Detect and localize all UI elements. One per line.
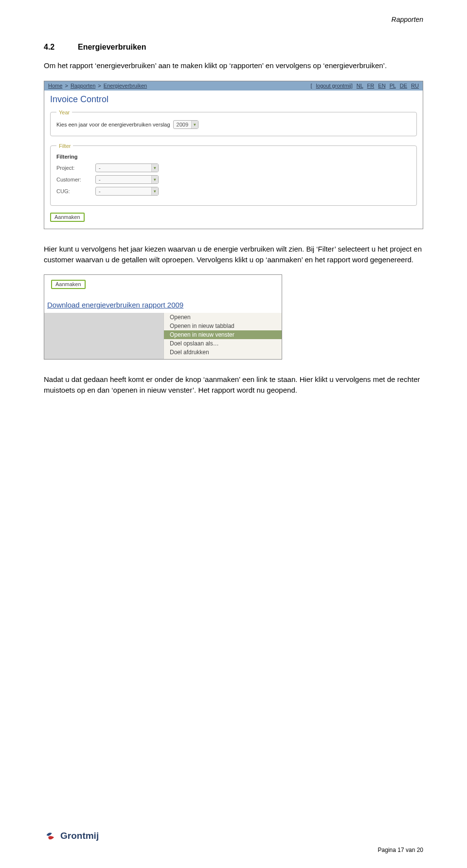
lang-en[interactable]: EN [378, 83, 385, 89]
cug-value: - [96, 188, 104, 194]
aanmaken-button[interactable]: Aanmaken [50, 213, 85, 222]
chevron-down-icon: ▾ [151, 187, 158, 195]
context-backdrop [44, 313, 163, 359]
lang-fr[interactable]: FR [367, 83, 375, 89]
ctx-opslaan-als[interactable]: Doel opslaan als… [164, 339, 282, 348]
ctx-nieuw-venster[interactable]: Openen in nieuw venster [164, 330, 282, 339]
crumb-rapporten[interactable]: Rapporten [71, 83, 95, 89]
brand-name: Grontmij [60, 831, 99, 841]
lang-pl[interactable]: PL [390, 83, 396, 89]
context-menu: Openen Openen in nieuw tabblad Openen in… [163, 313, 282, 359]
app-title: Invoice Control [44, 90, 423, 108]
filter-row-cug: CUG: - ▾ [56, 187, 411, 196]
crumb-page[interactable]: Energieverbruiken [104, 83, 147, 89]
customer-label: Customer: [56, 177, 95, 182]
bracket-open: [ [310, 83, 312, 89]
section-number: 4.2 [44, 43, 78, 52]
brand-logo: Grontmij [44, 829, 423, 843]
footer: Grontmij Pagina 17 van 20 [44, 829, 423, 853]
ctx-nieuw-tabblad[interactable]: Openen in nieuw tabblad [164, 322, 282, 330]
breadcrumb-bar: Home > Rapporten > Energieverbruiken [ l… [44, 81, 423, 90]
bracket-close: ] [351, 83, 353, 89]
chevron-down-icon: ▾ [151, 164, 158, 172]
lang-ru[interactable]: RU [411, 83, 419, 89]
header-section-label: Rapporten [392, 16, 423, 23]
download-link[interactable]: Download energieverbruiken rapport 2009 [44, 299, 282, 313]
lang-de[interactable]: DE [400, 83, 407, 89]
paragraph-3: Nadat u dat gedaan heeft komt er onder d… [44, 374, 423, 396]
screenshot-download-context: Aanmaken Download energieverbruiken rapp… [44, 274, 282, 360]
breadcrumb: Home > Rapporten > Energieverbruiken [48, 83, 147, 89]
project-value: - [96, 165, 104, 171]
context-menu-area: Openen Openen in nieuw tabblad Openen in… [44, 313, 282, 359]
screenshot-invoice-control: Home > Rapporten > Energieverbruiken [ l… [44, 81, 423, 229]
grontmij-logo-icon [44, 829, 57, 843]
top-right-links: [ logout grontmij] NL FR EN PL DE RU [310, 83, 419, 89]
section-heading: 4.2 Energieverbruiken [44, 43, 423, 52]
crumb-sep-1: > [65, 83, 68, 89]
lang-nl[interactable]: NL [357, 83, 363, 89]
section-title: Energieverbruiken [78, 43, 146, 52]
chevron-down-icon: ▾ [191, 121, 198, 128]
filtering-heading: Filtering [56, 154, 411, 160]
year-label: Kies een jaar voor de energieverbruiken … [56, 122, 170, 127]
paragraph-2: Hier kunt u vervolgens het jaar kiezen w… [44, 244, 423, 265]
filter-row-project: Project: - ▾ [56, 163, 411, 172]
year-legend: Year [56, 109, 72, 115]
customer-select[interactable]: - ▾ [95, 175, 159, 184]
filter-panel: Filter Filtering Project: - ▾ Customer: … [50, 143, 417, 206]
year-panel: Year Kies een jaar voor de energieverbru… [50, 109, 417, 136]
customer-value: - [96, 177, 104, 182]
logout-link[interactable]: logout grontmij [316, 83, 351, 89]
crumb-home[interactable]: Home [48, 83, 62, 89]
filter-legend: Filter [56, 143, 73, 149]
year-value: 2009 [174, 122, 191, 127]
crumb-sep-2: > [98, 83, 101, 89]
chevron-down-icon: ▾ [151, 176, 158, 183]
ctx-afdrukken[interactable]: Doel afdrukken [164, 348, 282, 357]
aanmaken-button-2[interactable]: Aanmaken [51, 280, 86, 289]
cug-select[interactable]: - ▾ [95, 187, 159, 196]
page-number: Pagina 17 van 20 [44, 847, 423, 853]
project-select[interactable]: - ▾ [95, 163, 159, 172]
ctx-openen[interactable]: Openen [164, 313, 282, 322]
paragraph-1: Om het rapport ‘energieverbruiken’ aan t… [44, 60, 423, 71]
year-select[interactable]: 2009 ▾ [173, 120, 198, 129]
filter-row-customer: Customer: - ▾ [56, 175, 411, 184]
cug-label: CUG: [56, 188, 95, 194]
project-label: Project: [56, 165, 95, 171]
